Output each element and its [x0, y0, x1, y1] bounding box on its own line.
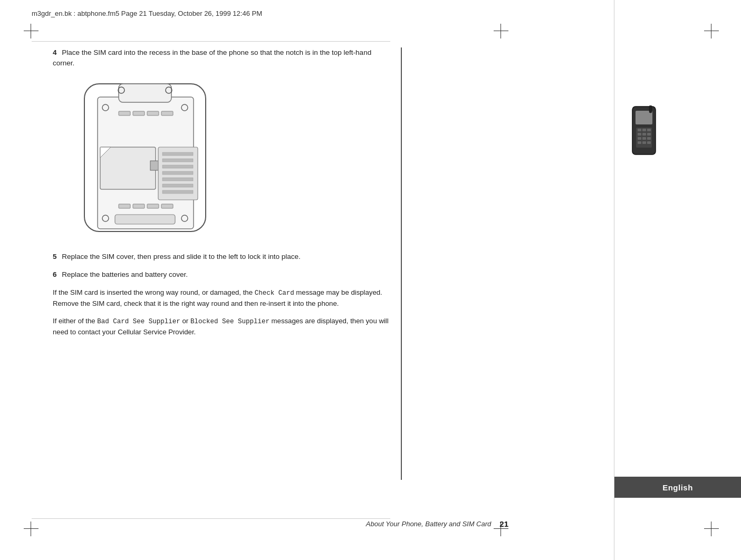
phone-diagram-container	[69, 79, 222, 242]
svg-rect-18	[162, 165, 193, 168]
content-area: 4 Place the SIM card into the recess in …	[53, 47, 390, 344]
svg-rect-2	[119, 84, 171, 102]
svg-rect-39	[638, 137, 641, 140]
svg-rect-8	[133, 111, 145, 115]
corner-mark-bottom-left	[24, 522, 39, 536]
svg-rect-9	[147, 111, 159, 115]
svg-rect-35	[647, 129, 651, 131]
svg-rect-34	[642, 129, 646, 131]
para2-code2: Blocked See Supplier	[190, 318, 270, 325]
svg-rect-33	[638, 129, 641, 131]
para2-code1: Bad Card See Supplier	[97, 318, 180, 325]
english-label-area: English	[614, 477, 741, 498]
step-5: 5 Replace the SIM cover, then press and …	[53, 252, 390, 262]
step-4-text: Place the SIM card into the recess in th…	[53, 49, 371, 67]
corner-mark-right-top	[704, 24, 719, 38]
step-4: 4 Place the SIM card into the recess in …	[53, 47, 390, 69]
para2-before: If either of the	[53, 317, 97, 325]
corner-mark-top-right	[494, 24, 508, 38]
step-6-text: Replace the batteries and battery cover.	[62, 271, 188, 278]
svg-rect-19	[162, 171, 193, 175]
corner-mark-top-left	[24, 24, 39, 38]
header-bar: m3gdr_en.bk : abtphone.fm5 Page 21 Tuesd…	[32, 9, 582, 17]
para1-code: Check Card	[255, 289, 294, 297]
paragraph-1: If the SIM card is inserted the wrong wa…	[53, 287, 390, 310]
h-line-top	[32, 41, 390, 42]
file-info: m3gdr_en.bk : abtphone.fm5 Page 21 Tuesd…	[32, 9, 262, 17]
paragraph-2: If either of the Bad Card See Supplier o…	[53, 316, 390, 338]
step-5-number: 5	[53, 253, 57, 260]
english-label: English	[662, 483, 693, 492]
h-line-bottom	[32, 518, 390, 519]
step-6: 6 Replace the batteries and battery cove…	[53, 269, 390, 280]
step-6-number: 6	[53, 271, 57, 278]
svg-rect-42	[638, 141, 641, 144]
phone-diagram-svg	[69, 79, 222, 242]
corner-mark-right-bottom	[704, 522, 719, 536]
para1-before: If the SIM card is inserted the wrong wa…	[53, 288, 255, 296]
footer-area: About Your Phone, Battery and SIM Card 2…	[53, 519, 508, 528]
svg-rect-44	[647, 141, 651, 144]
step-4-number: 4	[53, 49, 57, 56]
para2-mid: or	[180, 317, 190, 325]
svg-rect-7	[119, 111, 130, 115]
svg-rect-10	[161, 111, 173, 115]
sidebar-phone-area	[630, 105, 662, 158]
right-sidebar: English	[614, 0, 741, 560]
svg-rect-11	[100, 147, 156, 189]
page-container: m3gdr_en.bk : abtphone.fm5 Page 21 Tuesd…	[0, 0, 614, 560]
svg-rect-38	[647, 133, 651, 136]
footer-page-number: 21	[499, 519, 508, 528]
svg-rect-40	[642, 137, 646, 140]
svg-rect-41	[647, 137, 651, 140]
svg-rect-26	[161, 204, 173, 208]
svg-rect-16	[162, 152, 193, 156]
svg-rect-45	[649, 105, 652, 113]
svg-rect-20	[162, 178, 193, 181]
svg-rect-36	[638, 133, 641, 136]
vertical-separator	[401, 47, 402, 480]
step-5-text: Replace the SIM cover, then press and sl…	[62, 253, 301, 260]
svg-rect-27	[115, 215, 175, 224]
svg-rect-21	[162, 184, 193, 187]
svg-rect-23	[119, 204, 130, 208]
footer-italic-text: About Your Phone, Battery and SIM Card	[366, 520, 492, 528]
sidebar-phone-icon	[630, 105, 658, 156]
svg-rect-17	[162, 159, 193, 162]
svg-rect-25	[147, 204, 159, 208]
svg-rect-37	[642, 133, 646, 136]
svg-rect-43	[642, 141, 646, 144]
svg-rect-22	[162, 190, 193, 194]
svg-rect-24	[133, 204, 145, 208]
